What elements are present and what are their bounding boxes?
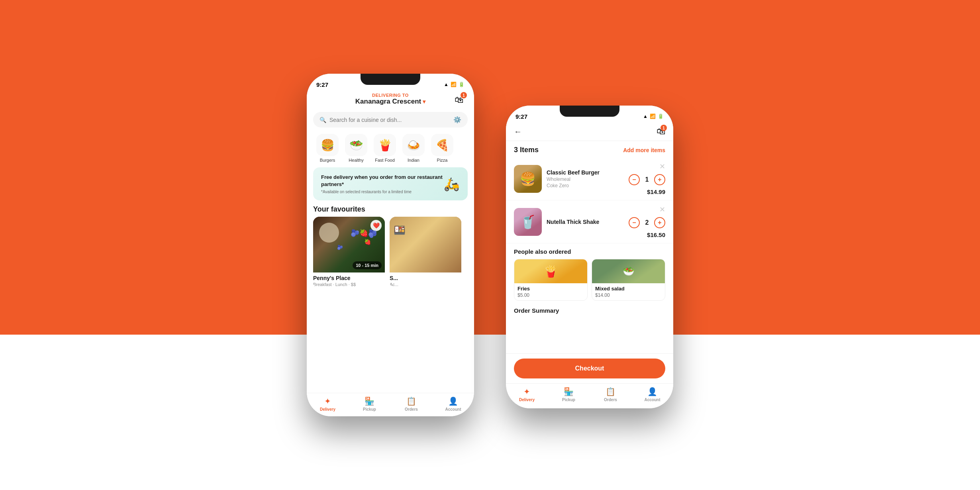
burger-right: ✕ − 1 + $14.99 [629,162,665,195]
pickup-label-left: Pickup [363,407,376,412]
cart-badge-left: 1 [461,92,467,98]
fries-price: $5.00 [517,292,584,298]
second-sub: Ac... [390,282,461,287]
pickup-icon-left: 🏪 [365,396,374,406]
add-more-items-link[interactable]: Add more items [623,147,665,153]
category-pizza[interactable]: 🍕 Pizza [428,134,457,163]
nav-delivery-left[interactable]: ✦ Delivery [307,396,349,412]
healthy-icon: 🥗 [345,134,367,156]
pennys-name: Penny's Place [313,275,385,281]
pennys-image: 🫐 🍓 🫐 10 - 15 min ❤️ [313,217,385,272]
account-label-right: Account [645,398,661,402]
notch-left [361,74,420,85]
promo-rider-icon: 🛵 [444,176,460,192]
category-healthy[interactable]: 🥗 Healthy [342,134,370,163]
fries-image: 🍟 [514,259,587,283]
shake-increment-button[interactable]: + [654,217,665,228]
people-ordered-title: People also ordered [514,248,665,255]
second-info: S... Ac... [390,272,461,288]
battery-icon-right: 🔋 [658,114,664,119]
category-burgers[interactable]: 🍔 Burgers [313,134,342,163]
cart-item-burger: 🍔 Classic Beef Burger Wholemeal Coke Zer… [506,157,673,200]
nav-orders-right[interactable]: 📋 Orders [590,387,631,402]
account-label-left: Account [445,407,461,412]
pickup-icon-right: 🏪 [564,387,574,396]
second-name: S... [390,275,461,281]
salad-price: $14.00 [595,292,662,298]
nav-account-left[interactable]: 👤 Account [432,396,474,412]
category-indian[interactable]: 🍛 Indian [399,134,428,163]
time-left: 9:27 [316,81,328,88]
screen-right: 9:27 ▲ 📶 🔋 ← 🛍 1 [506,106,673,408]
time-right: 9:27 [515,113,527,120]
promo-main-text: Free delivery when you order from our re… [321,174,444,188]
checkout-bar: Checkout [506,353,673,383]
burger-image: 🍔 [514,165,542,193]
status-icons-right: ▲ 📶 🔋 [643,114,664,119]
checkout-button[interactable]: Checkout [514,359,665,378]
nav-account-right[interactable]: 👤 Account [631,387,673,402]
shake-name: Nutella Thick Shake [547,219,624,225]
back-button[interactable]: ← [514,127,522,136]
burgers-icon: 🍔 [316,134,339,156]
nav-delivery-right[interactable]: ✦ Delivery [506,387,548,402]
salad-image: 🥗 [592,259,665,283]
categories-row: 🍔 Burgers 🥗 Healthy 🍟 Fast Food 🍛 Indian [307,131,474,166]
bottom-nav-left: ✦ Delivery 🏪 Pickup 📋 Orders 👤 Account [307,393,474,416]
fav-card-pennys[interactable]: 🫐 🍓 🫐 10 - 15 min ❤️ Penny's Place Break… [313,217,385,288]
shake-decrement-button[interactable]: − [629,217,640,228]
orders-label-left: Orders [405,407,418,412]
cart-header: ← 🛍 1 [506,123,673,141]
account-icon-left: 👤 [448,396,458,406]
filter-icon[interactable]: ⚙️ [453,116,461,123]
burger-qty: 1 [644,176,650,183]
fastfood-icon: 🍟 [374,134,396,156]
burger-desc1: Wholemeal [547,176,624,182]
nav-orders-left[interactable]: 📋 Orders [390,396,432,412]
cart-header-icon-wrap[interactable]: 🛍 1 [657,126,665,137]
suggested-salad[interactable]: 🥗 Mixed salad $14.00 [592,259,665,301]
category-fastfood[interactable]: 🍟 Fast Food [370,134,399,163]
fav-card-second[interactable]: 🍱 S... Ac... [390,217,461,288]
pizza-icon: 🍕 [431,134,453,156]
search-input[interactable] [329,117,450,123]
pizza-label: Pizza [437,158,448,163]
items-count-label: 3 Items [514,146,539,154]
signal-icon: ▲ [444,82,449,87]
signal-icon-right: ▲ [643,114,648,119]
orders-icon-right: 📋 [606,387,615,396]
notch-right [560,106,619,117]
promo-sub-text: *Available on selected restaurants for a… [321,190,444,194]
burgers-label: Burgers [320,158,335,163]
shake-qty: 2 [644,219,650,226]
indian-label: Indian [408,158,419,163]
page-wrapper: 9:27 ▲ 📶 🔋 DELIVERING TO Kananagra Cresc… [0,0,980,490]
favourites-scroll: 🫐 🍓 🫐 10 - 15 min ❤️ Penny's Place Break… [307,217,474,288]
delivering-to-section: DELIVERING TO Kananagra Crescent ▾ 🛍 1 [307,91,474,109]
indian-icon: 🍛 [402,134,425,156]
shake-right: ✕ − 2 + $16.50 [629,205,665,238]
orders-icon-left: 📋 [406,396,416,406]
remove-burger-button[interactable]: ✕ [659,162,665,171]
cart-button-left[interactable]: 🛍 1 [452,93,466,107]
delivering-address[interactable]: Kananagra Crescent ▾ [316,98,465,106]
search-bar[interactable]: 🔍 ⚙️ [313,112,468,127]
people-ordered-section: People also ordered 🍟 Fries $5.00 🥗 [506,243,673,304]
burger-qty-control: − 1 + [629,174,665,185]
nav-pickup-left[interactable]: 🏪 Pickup [349,396,390,412]
shake-image: 🥤 [514,208,542,236]
address-chevron: ▾ [423,98,425,105]
shake-price: $16.50 [647,231,665,238]
delivery-label-right: Delivery [519,398,535,402]
phone-left: 9:27 ▲ 📶 🔋 DELIVERING TO Kananagra Cresc… [307,74,474,416]
favourites-title: Your favourites [307,204,474,217]
status-icons-left: ▲ 📶 🔋 [444,82,465,87]
suggested-fries[interactable]: 🍟 Fries $5.00 [514,259,588,301]
burger-increment-button[interactable]: + [654,174,665,185]
pickup-label-right: Pickup [562,398,575,402]
nav-pickup-right[interactable]: 🏪 Pickup [548,387,590,402]
fastfood-label: Fast Food [375,158,395,163]
remove-shake-button[interactable]: ✕ [659,205,665,214]
delivering-label: DELIVERING TO [316,93,465,98]
burger-decrement-button[interactable]: − [629,174,640,185]
